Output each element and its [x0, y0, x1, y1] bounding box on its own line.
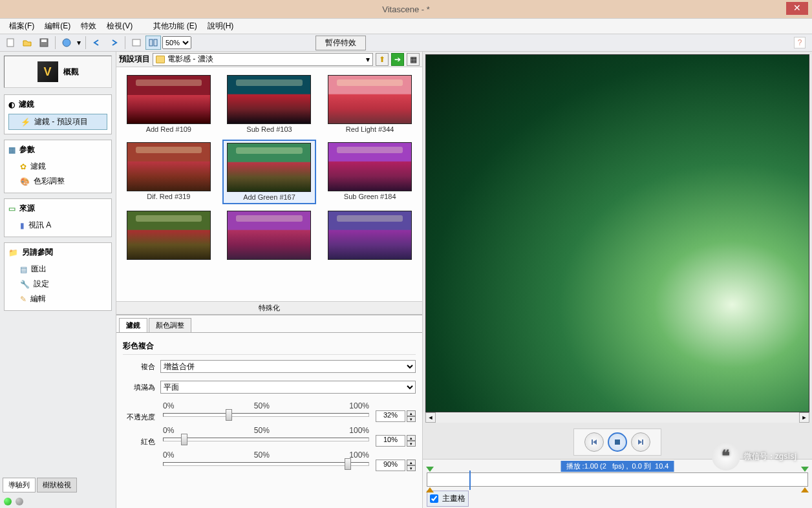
preset-item[interactable]: Add Red #109	[122, 72, 216, 136]
preset-thumb-icon	[127, 142, 211, 191]
spin-down-button[interactable]: ▾	[407, 441, 416, 447]
menu-file[interactable]: 檔案(F)	[4, 19, 39, 33]
opacity-value[interactable]: 32%	[376, 410, 405, 422]
spin-up-button[interactable]: ▴	[407, 460, 416, 465]
menu-fx[interactable]: 特效	[76, 19, 102, 33]
preset-item[interactable]: Red Light #344	[323, 72, 417, 136]
folder-icon: 📁	[8, 248, 18, 257]
blend-select[interactable]: 增益合併	[160, 360, 416, 373]
red-value[interactable]: 10%	[376, 435, 405, 447]
main-grid-checkbox[interactable]	[430, 494, 438, 503]
sidebar-item-param-color[interactable]: 🎨 色彩調整	[8, 174, 107, 189]
stop-button[interactable]	[608, 432, 627, 452]
fx-icon[interactable]	[59, 36, 74, 50]
lightning-icon: ⚡	[21, 118, 30, 127]
sidebar-item-editor[interactable]: ✎編輯	[8, 291, 107, 306]
fx-dropdown-icon[interactable]: ▾	[76, 36, 82, 50]
left-sidebar: V 概觀 ◐濾鏡 ⚡ 濾鏡 - 預設項目 ▦参數 ✿ 濾鏡 🎨 色彩調整 ▭來源	[0, 52, 116, 508]
panel-params: ▦参數 ✿ 濾鏡 🎨 色彩調整	[4, 140, 112, 193]
opacity-slider[interactable]	[163, 413, 369, 417]
preset-item[interactable]	[122, 208, 216, 262]
preset-item[interactable]: Dif. Red #319	[122, 140, 216, 204]
layout1-icon[interactable]	[129, 36, 144, 50]
undo-icon[interactable]	[89, 36, 105, 50]
tick-50: 50%	[254, 401, 270, 410]
timeline-track[interactable]	[427, 472, 808, 487]
up-folder-button[interactable]: ⬆	[376, 53, 389, 66]
spin-down-button[interactable]: ▾	[407, 465, 416, 471]
menu-edit[interactable]: 編輯(E)	[39, 19, 76, 33]
close-button[interactable]: ✕	[786, 2, 808, 15]
preset-item-selected[interactable]: Add Green #167	[222, 140, 317, 204]
tab-tree[interactable]: 樹狀檢視	[37, 478, 77, 492]
source-header: 來源	[19, 203, 35, 214]
preset-thumb-icon	[328, 211, 412, 260]
menu-view[interactable]: 檢視(V)	[102, 19, 138, 33]
fill-select[interactable]: 平面	[160, 381, 416, 394]
preview-canvas[interactable]	[425, 54, 809, 412]
spin-down-button[interactable]: ▾	[407, 416, 416, 422]
extra-value[interactable]: 90%	[376, 460, 405, 471]
preset-path-dropdown[interactable]: 電影感 - 濃淡 ▾	[153, 53, 373, 66]
export-icon: ▤	[20, 265, 27, 274]
svg-rect-2	[41, 39, 47, 42]
extra-slider[interactable]	[163, 462, 369, 466]
panel-filter: ◐濾鏡 ⚡ 濾鏡 - 預設項目	[4, 94, 112, 134]
sidebar-item-export[interactable]: ▤匯出	[8, 262, 107, 277]
svg-rect-8	[615, 439, 620, 445]
timeline-playhead[interactable]	[469, 471, 471, 490]
svg-rect-5	[149, 39, 153, 46]
scroll-left-icon[interactable]: ◄	[425, 412, 436, 423]
param-tab-color[interactable]: 顏色調整	[149, 318, 191, 332]
timeline-in-icon[interactable]	[426, 487, 434, 492]
slider-thumb-icon[interactable]	[181, 434, 187, 445]
new-icon[interactable]	[3, 36, 18, 50]
preset-item[interactable]	[323, 208, 417, 262]
overview-box[interactable]: V 概觀	[4, 56, 112, 88]
preset-label: 預設項目	[119, 54, 150, 65]
spin-up-button[interactable]: ▴	[407, 410, 416, 416]
grid-view-button[interactable]: ▦	[407, 53, 420, 66]
palette-icon: 🎨	[20, 177, 30, 186]
filter-preset-label: 濾鏡 - 預設項目	[34, 116, 88, 127]
next-frame-button[interactable]	[631, 432, 650, 452]
layout2-icon[interactable]	[145, 36, 161, 50]
timeline-out-icon[interactable]	[801, 487, 809, 492]
preset-item[interactable]: Sub Red #103	[222, 72, 317, 136]
zoom-select[interactable]: 50%	[162, 36, 191, 49]
open-icon[interactable]	[19, 36, 35, 50]
preset-item[interactable]: Sub Green #184	[323, 140, 417, 204]
pause-fx-button[interactable]: 暫停特效	[315, 36, 366, 50]
slider-thumb-icon[interactable]	[345, 458, 351, 470]
spin-up-button[interactable]: ▴	[407, 435, 416, 441]
save-icon[interactable]	[36, 36, 52, 50]
preset-item[interactable]	[222, 208, 317, 262]
menu-other[interactable]: 其他功能 (E)	[148, 19, 202, 33]
panel-seealso: 📁另請參閱 ▤匯出 🔧設定 ✎編輯	[4, 242, 112, 311]
chevron-down-icon: ▾	[366, 55, 370, 64]
menu-help[interactable]: 說明(H)	[202, 19, 239, 33]
slider-thumb-icon[interactable]	[226, 409, 232, 421]
preset-bar: 預設項目 電影感 - 濃淡 ▾ ⬆ ➔ ▦	[116, 52, 422, 67]
preset-caption: Dif. Red #319	[147, 193, 190, 200]
timeline-end-icon[interactable]	[801, 467, 809, 472]
red-slider[interactable]	[163, 438, 369, 441]
sidebar-item-source-video[interactable]: ▮ 視訊 A	[8, 218, 107, 233]
help-icon[interactable]: ?	[794, 37, 806, 48]
param-tab-filter[interactable]: 濾鏡	[119, 318, 147, 332]
prev-frame-button[interactable]	[584, 432, 604, 452]
go-button[interactable]: ➔	[391, 53, 404, 66]
gear-icon: ◐	[8, 100, 15, 109]
redo-icon[interactable]	[106, 36, 122, 50]
preset-thumb-icon	[127, 75, 211, 124]
status-icons	[0, 495, 116, 508]
sidebar-item-filter-preset[interactable]: ⚡ 濾鏡 - 預設項目	[8, 114, 107, 130]
preview-hscroll[interactable]: ◄ ►	[425, 412, 809, 423]
scroll-track[interactable]	[436, 412, 799, 423]
scroll-right-icon[interactable]: ►	[799, 412, 809, 423]
timeline-start-icon[interactable]	[426, 467, 434, 472]
sidebar-item-param-filter[interactable]: ✿ 濾鏡	[8, 159, 107, 174]
preset-thumbnails[interactable]: Add Red #109 Sub Red #103 Red Light #344…	[116, 67, 422, 301]
tab-nav[interactable]: 導驗列	[3, 478, 36, 492]
sidebar-item-settings[interactable]: 🔧設定	[8, 277, 107, 291]
